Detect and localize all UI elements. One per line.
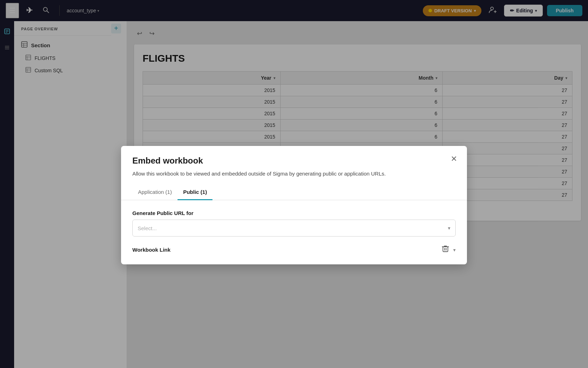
generate-url-label: Generate Public URL for [132,210,456,216]
modal-body: Generate Public URL for Select... ▾ Work… [121,200,467,264]
url-for-select[interactable]: Select... ▾ [132,220,456,237]
modal-tabs: Application (1) Public (1) [121,185,467,200]
tab-application-label: Application (1) [138,189,172,195]
embed-workbook-modal: Embed workbook Allow this workbook to be… [121,146,467,265]
tab-public-label: Public (1) [183,189,207,195]
workbook-link-row: Workbook Link ▾ [132,245,456,254]
modal-close-button[interactable]: ✕ [449,153,458,165]
modal-title: Embed workbook [132,156,456,166]
workbook-link-label: Workbook Link [132,247,170,253]
modal-header: Embed workbook Allow this workbook to be… [121,146,467,178]
tab-public[interactable]: Public (1) [178,185,213,200]
workbook-link-delete-icon[interactable] [442,245,449,254]
select-placeholder: Select... [138,225,448,231]
select-dropdown-arrow: ▾ [448,225,450,231]
modal-description: Allow this workbook to be viewed and emb… [132,170,456,178]
svg-rect-24 [443,247,448,252]
tab-application[interactable]: Application (1) [132,185,178,200]
modal-overlay[interactable]: Embed workbook Allow this workbook to be… [0,0,588,368]
workbook-link-expand-arrow[interactable]: ▾ [453,247,456,253]
